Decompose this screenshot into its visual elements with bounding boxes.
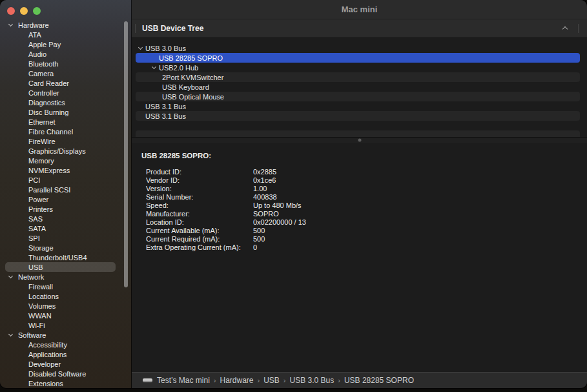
sidebar-item-thunderbolt-usb4[interactable]: Thunderbolt/USB4 [0,253,131,262]
sidebar-item-sata[interactable]: SATA [0,223,131,233]
main-panel: Mac mini USB Device Tree USB 3.0 Bus USB… [132,0,587,388]
sidebar-item-memory[interactable]: Memory [0,156,131,165]
chevron-down-icon[interactable] [8,331,13,336]
tree-row-label: USB2.0 Hub [159,64,198,72]
sidebar-item-camera[interactable]: Camera [0,68,131,78]
breadcrumb: Test’s Mac mini › Hardware › USB › USB 3… [157,376,414,385]
system-information-window: Hardware ATA Apple Pay Audio Bluetooth C… [0,0,587,388]
sidebar-item-developer[interactable]: Developer [0,359,131,369]
sidebar-item-parallel-scsi[interactable]: Parallel SCSI [0,185,131,194]
detail-value: 1.00 [253,185,267,192]
sidebar-item-audio[interactable]: Audio [0,49,131,59]
sidebar-group-label: Hardware [18,21,49,29]
pane-splitter[interactable] [132,137,587,143]
sidebar-item-graphics-displays[interactable]: Graphics/Displays [0,146,131,156]
detail-value: SOPRO [253,210,279,218]
chevron-up-icon [562,26,568,32]
sidebar-item-sas[interactable]: SAS [0,214,131,223]
sidebar-item-firewall[interactable]: Firewall [0,282,131,291]
sidebar-item-disabled-software[interactable]: Disabled Software [0,369,131,378]
tree-row-usb-optical-mouse[interactable]: USB Optical Mouse [136,92,580,101]
detail-label: Product ID: [146,168,253,176]
sidebar-item-wwan[interactable]: WWAN [0,311,131,320]
breadcrumb-bar: Test’s Mac mini › Hardware › USB › USB 3… [132,372,587,388]
detail-value: 400838 [253,193,277,201]
sidebar-item-pci[interactable]: PCI [0,175,131,185]
minimize-button[interactable] [20,7,28,15]
breadcrumb-item-usb-28285-sopro: USB 28285 SOPRO [344,376,414,385]
breadcrumb-separator: › [214,377,216,384]
sidebar-item-bluetooth[interactable]: Bluetooth [0,59,131,68]
detail-row-speed: Speed:Up to 480 Mb/s [141,201,587,209]
tree-row-usb2-0-hub[interactable]: USB2.0 Hub [136,63,580,72]
sidebar-item-ata[interactable]: ATA [0,30,131,39]
sidebar-item-wifi[interactable]: Wi-Fi [0,320,131,330]
detail-label: Current Required (mA): [146,235,253,243]
sidebar-item-diagnostics[interactable]: Diagnostics [0,98,131,107]
sidebar-item-storage[interactable]: Storage [0,243,131,253]
sidebar-item-spi[interactable]: SPI [0,233,131,243]
tree-row-2port-kvmswitcher[interactable]: 2Port KVMSwitcher [136,72,580,82]
chevron-down-icon[interactable] [152,64,156,68]
tree-row-label: USB 3.0 Bus [145,45,186,52]
detail-row-location-id: Location ID:0x02200000 / 13 [141,218,587,226]
breadcrumb-item-hardware: Hardware [220,376,253,385]
detail-row-vendor-id: Vendor ID:0x1ce6 [141,176,587,184]
detail-value: 500 [253,227,265,234]
sidebar: Hardware ATA Apple Pay Audio Bluetooth C… [0,0,132,388]
detail-value: 0x02200000 / 13 [253,218,306,226]
title-bar: Mac mini [132,0,587,19]
close-button[interactable] [7,7,15,15]
chevron-down-icon[interactable] [8,273,13,278]
sidebar-group-hardware[interactable]: Hardware [0,20,131,30]
tree-row-usb-keyboard[interactable]: USB Keyboard [136,82,580,92]
usb-device-tree: USB 3.0 Bus USB 28285 SOPRO USB2.0 Hub 2… [132,38,587,137]
window-title: Mac mini [342,5,378,14]
detail-row-current-required: Current Required (mA):500 [141,234,587,243]
sidebar-item-controller[interactable]: Controller [0,88,131,98]
window-controls [0,0,131,19]
sidebar-group-label: Network [18,273,44,281]
sidebar-item-printers[interactable]: Printers [0,204,131,214]
sidebar-item-fibre-channel[interactable]: Fibre Channel [0,127,131,136]
sidebar-item-ethernet[interactable]: Ethernet [0,117,131,127]
detail-value: 0x2885 [253,168,276,176]
sidebar-item-power[interactable]: Power [0,194,131,204]
breadcrumb-item-computer: Test’s Mac mini [157,376,210,385]
breadcrumb-separator: › [338,377,340,384]
sidebar-item-volumes[interactable]: Volumes [0,301,131,311]
detail-label: Vendor ID: [146,176,253,184]
tree-row-usb-28285-sopro[interactable]: USB 28285 SOPRO [136,53,580,63]
zoom-button[interactable] [33,7,41,15]
sidebar-item-locations[interactable]: Locations [0,291,131,301]
sidebar-item-firewire[interactable]: FireWire [0,136,131,146]
chevron-down-icon[interactable] [8,21,13,26]
tree-row-usb-3-0-bus[interactable]: USB 3.0 Bus [136,43,580,53]
sidebar-item-apple-pay[interactable]: Apple Pay [0,39,131,49]
sidebar-item-disc-burning[interactable]: Disc Burning [0,107,131,117]
breadcrumb-separator: › [283,377,286,384]
sidebar-item-card-reader[interactable]: Card Reader [0,78,131,88]
sidebar-item-nvmexpress[interactable]: NVMExpress [0,165,131,175]
chevron-down-icon[interactable] [138,45,143,49]
usb-device-tree-header: USB Device Tree [132,19,587,38]
collapse-section-button[interactable] [561,24,570,33]
tree-row-usb-3-1-bus-2[interactable]: USB 3.1 Bus [136,111,580,121]
sidebar-item-applications[interactable]: Applications [0,349,131,359]
sidebar-scrollbar[interactable] [124,21,128,287]
sidebar-list: Hardware ATA Apple Pay Audio Bluetooth C… [0,20,131,388]
sidebar-group-network[interactable]: Network [0,272,131,282]
tree-row-label: USB Keyboard [162,83,209,91]
detail-value: 500 [253,235,265,243]
detail-row-serial-number: Serial Number:400838 [141,192,587,201]
sidebar-group-label: Software [18,331,46,339]
tree-row-usb-3-1-bus-1[interactable]: USB 3.1 Bus [136,101,580,111]
sidebar-item-usb[interactable]: USB [5,262,116,272]
tree-row-empty [136,130,580,137]
header-divider [135,24,136,33]
sidebar-item-extensions[interactable]: Extensions [0,378,131,388]
section-title: USB Device Tree [142,24,203,33]
sidebar-item-accessibility[interactable]: Accessibility [0,340,131,349]
sidebar-group-software[interactable]: Software [0,330,131,340]
detail-label: Current Available (mA): [146,227,253,234]
